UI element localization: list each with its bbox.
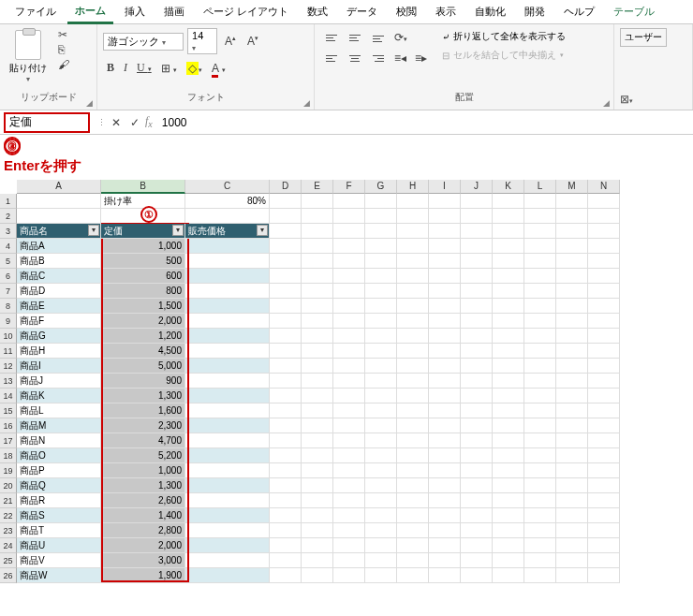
cell[interactable]: 1,300 [101, 478, 185, 493]
cell[interactable] [461, 538, 493, 553]
cell[interactable] [461, 314, 493, 329]
cell[interactable] [429, 329, 461, 344]
row-header[interactable]: 24 [0, 538, 17, 553]
cell[interactable] [185, 254, 270, 269]
row-header[interactable]: 3 [0, 224, 17, 239]
cell[interactable] [556, 299, 588, 314]
cell[interactable] [302, 239, 333, 254]
cell[interactable] [397, 284, 429, 299]
cell[interactable] [524, 478, 556, 493]
cell[interactable] [270, 448, 302, 463]
worksheet[interactable]: ABCDEFGHIJKLMN ① 1掛け率80%23商品名▾定価▾販売価格▾4商… [0, 180, 693, 583]
cell[interactable] [461, 523, 493, 538]
cell[interactable] [333, 374, 365, 389]
name-box-input[interactable] [4, 112, 90, 133]
cell[interactable] [397, 239, 429, 254]
italic-button[interactable]: I [120, 58, 131, 78]
cell[interactable] [302, 329, 333, 344]
cell[interactable] [185, 478, 270, 493]
cell[interactable] [588, 284, 620, 299]
cell[interactable] [185, 418, 270, 433]
cell[interactable] [365, 493, 397, 508]
cell[interactable] [302, 269, 333, 284]
cell[interactable] [302, 553, 333, 568]
cell[interactable] [461, 403, 493, 418]
cell[interactable] [556, 508, 588, 523]
cell[interactable] [185, 299, 270, 314]
cell[interactable] [302, 523, 333, 538]
cell[interactable] [365, 239, 397, 254]
cell[interactable] [493, 523, 524, 538]
cell[interactable] [493, 224, 524, 239]
cell[interactable] [461, 374, 493, 389]
cell[interactable] [493, 344, 524, 359]
align-bottom-button[interactable] [367, 28, 390, 47]
cell[interactable] [588, 448, 620, 463]
cell[interactable] [556, 448, 588, 463]
cell[interactable] [333, 448, 365, 463]
cell[interactable] [333, 194, 365, 209]
tab-挿入[interactable]: 挿入 [117, 1, 153, 22]
cell[interactable] [270, 568, 302, 583]
cell[interactable] [524, 359, 556, 374]
cell[interactable] [524, 224, 556, 239]
row-header[interactable]: 18 [0, 448, 17, 463]
cell[interactable] [302, 254, 333, 269]
cell[interactable] [429, 389, 461, 403]
row-header[interactable]: 13 [0, 374, 17, 389]
cell[interactable] [397, 359, 429, 374]
namebox-dropdown-icon[interactable]: ⋮ [97, 118, 106, 127]
tab-テーブル[interactable]: テーブル [606, 1, 662, 22]
cell[interactable] [461, 359, 493, 374]
cell[interactable] [429, 493, 461, 508]
cell[interactable] [302, 448, 333, 463]
cell[interactable] [588, 538, 620, 553]
cell[interactable] [461, 389, 493, 403]
cell[interactable] [556, 403, 588, 418]
cell[interactable]: 商品D [17, 284, 101, 299]
cell[interactable]: 1,300 [101, 389, 185, 403]
cell[interactable] [588, 269, 620, 284]
cell[interactable] [270, 463, 302, 478]
cell[interactable] [185, 389, 270, 403]
cell[interactable] [365, 389, 397, 403]
cell[interactable] [556, 269, 588, 284]
decrease-font-button[interactable]: A▾ [243, 32, 262, 51]
cell[interactable]: 商品F [17, 314, 101, 329]
cell[interactable] [493, 209, 524, 224]
cell[interactable] [365, 194, 397, 209]
cell[interactable]: 1,400 [101, 508, 185, 523]
row-header[interactable]: 14 [0, 389, 17, 403]
cell[interactable] [429, 299, 461, 314]
cell[interactable] [397, 254, 429, 269]
cell[interactable] [429, 478, 461, 493]
cell[interactable] [270, 523, 302, 538]
format-painter-icon[interactable]: 🖌 [58, 58, 69, 71]
cell[interactable] [270, 478, 302, 493]
cell[interactable] [493, 448, 524, 463]
row-header[interactable]: 5 [0, 254, 17, 269]
align-top-button[interactable] [320, 28, 343, 47]
col-header-C[interactable]: C [185, 180, 270, 194]
cell[interactable] [493, 269, 524, 284]
tab-描画[interactable]: 描画 [156, 1, 192, 22]
cell[interactable] [185, 448, 270, 463]
cell[interactable] [524, 403, 556, 418]
cell[interactable] [185, 553, 270, 568]
cell[interactable] [588, 478, 620, 493]
row-header[interactable]: 26 [0, 568, 17, 583]
cell[interactable] [556, 374, 588, 389]
cell[interactable] [333, 329, 365, 344]
col-header-B[interactable]: B [101, 180, 185, 194]
cell[interactable] [185, 403, 270, 418]
cell[interactable] [270, 538, 302, 553]
cell[interactable] [270, 403, 302, 418]
cell[interactable] [461, 478, 493, 493]
bold-button[interactable]: B [103, 58, 118, 78]
col-header-J[interactable]: J [461, 180, 493, 194]
cell[interactable] [270, 254, 302, 269]
cell[interactable] [429, 538, 461, 553]
cell[interactable] [524, 299, 556, 314]
cell[interactable] [588, 568, 620, 583]
cell[interactable] [302, 403, 333, 418]
